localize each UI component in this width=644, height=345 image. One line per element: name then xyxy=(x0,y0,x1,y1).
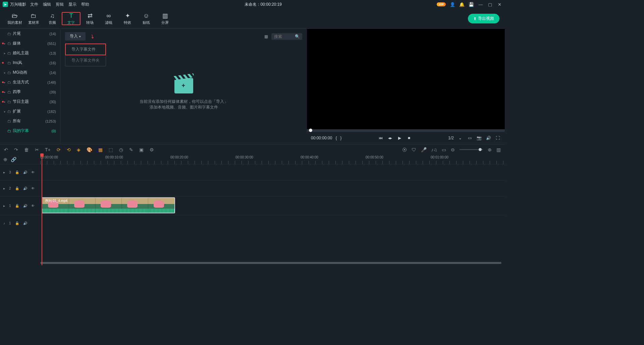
track-area[interactable] xyxy=(40,181,505,196)
vip-badge[interactable]: VIP xyxy=(437,2,446,6)
menu-edit[interactable]: 编辑 xyxy=(43,2,51,7)
fit-icon[interactable]: ▥ xyxy=(496,147,501,152)
color-icon[interactable]: 🎨 xyxy=(87,147,92,152)
keyframe-icon[interactable]: ◈ xyxy=(77,147,80,152)
tab-effects[interactable]: ✦特效 xyxy=(118,12,137,25)
lock-icon[interactable]: 🔓 xyxy=(15,204,19,208)
snapshot-icon[interactable]: 📷 xyxy=(476,136,482,140)
search-icon[interactable]: 🔍 xyxy=(295,34,300,39)
tab-audio[interactable]: ♫音频 xyxy=(43,12,62,25)
magic-icon[interactable]: ✎ xyxy=(129,147,133,152)
mixer-icon[interactable]: ♪♫ xyxy=(431,147,437,152)
tab-stickers[interactable]: ☺贴纸 xyxy=(137,12,156,25)
track-add-icon[interactable]: ⊕ xyxy=(3,157,7,162)
text-add-icon[interactable]: T+ xyxy=(45,147,51,152)
tab-filter[interactable]: ∞滤镜 xyxy=(99,12,118,25)
tab-text[interactable]: T文字 xyxy=(62,12,80,25)
lock-icon[interactable]: 🔓 xyxy=(15,187,19,190)
menu-help[interactable]: 帮助 xyxy=(81,2,89,7)
meter-icon[interactable]: ◷ xyxy=(119,147,123,152)
delete-icon[interactable]: 🗑 xyxy=(24,147,29,152)
menu-clip[interactable]: 剪辑 xyxy=(56,2,64,7)
scrollbar-thumb[interactable] xyxy=(40,262,501,264)
mute-icon[interactable]: 🔊 xyxy=(23,187,27,190)
video-clip[interactable]: 序列 01_4.mp4 xyxy=(42,197,175,213)
eye-icon[interactable]: 👁 xyxy=(31,187,35,190)
close-icon[interactable]: ✕ xyxy=(497,2,502,7)
fullscreen-icon[interactable]: ⛶ xyxy=(495,136,501,140)
zoom-in-icon[interactable]: ⊕ xyxy=(488,147,492,152)
sidebar-item[interactable]: 🗀Ins风(16) xyxy=(0,58,60,68)
menu-view[interactable]: 显示 xyxy=(68,2,76,7)
tab-stock[interactable]: 🗀素材库 xyxy=(24,12,43,25)
display-settings-icon[interactable]: ▭ xyxy=(467,136,473,140)
auto-icon[interactable]: ⟲ xyxy=(67,147,71,152)
grid-view-icon[interactable]: ▦ xyxy=(264,34,268,39)
adjust-icon[interactable]: ⚙ xyxy=(150,147,154,152)
link-icon[interactable]: 🔗 xyxy=(11,157,16,162)
prev-frame-icon[interactable]: ⏮ xyxy=(378,136,384,140)
chevron-down-icon[interactable]: ⌄ xyxy=(457,136,463,140)
redo-icon[interactable]: ↷ xyxy=(14,147,18,152)
zoom-out-icon[interactable]: ⊖ xyxy=(451,147,455,152)
preview-progress[interactable] xyxy=(307,129,505,132)
mute-icon[interactable]: 🔊 xyxy=(23,204,27,208)
maximize-icon[interactable]: ▢ xyxy=(487,2,493,7)
crop-icon[interactable]: ⬚ xyxy=(109,147,113,152)
undo-icon[interactable]: ↶ xyxy=(4,147,8,152)
sidebar-item[interactable]: 🗀所有(1253) xyxy=(0,116,60,126)
eye-icon[interactable]: 👁 xyxy=(31,170,35,174)
notification-icon[interactable]: 🔔 xyxy=(459,2,465,7)
sidebar-item[interactable]: ▸🗀媒体(551) xyxy=(0,39,60,48)
search-input[interactable] xyxy=(274,34,293,39)
marker-in[interactable]: { xyxy=(335,136,337,140)
cut-icon[interactable]: ✂ xyxy=(35,147,39,152)
tab-split[interactable]: ▥分屏 xyxy=(156,12,174,25)
sidebar-item[interactable]: 🗀我的字幕(0) xyxy=(0,126,60,136)
sidebar-item[interactable]: 🗀片尾(14) xyxy=(0,29,60,39)
sidebar-item[interactable]: ▸🗀扩展(182) xyxy=(0,107,60,116)
progress-handle[interactable] xyxy=(309,129,312,132)
zoom-ratio[interactable]: 1/2 xyxy=(448,136,454,140)
timeline-scrollbar[interactable] xyxy=(40,262,501,264)
step-back-icon[interactable]: ◂▸ xyxy=(387,136,393,140)
user-icon[interactable]: 👤 xyxy=(450,2,455,7)
sidebar-item[interactable]: ▸🗀生活方式(148) xyxy=(0,77,60,87)
menu-file[interactable]: 文件 xyxy=(30,2,38,7)
zoom-slider[interactable] xyxy=(460,149,483,150)
playhead[interactable] xyxy=(42,155,42,265)
lock-icon[interactable]: 🔓 xyxy=(15,170,19,174)
import-button[interactable]: 导入 xyxy=(65,32,86,41)
tab-transition[interactable]: ⇄转场 xyxy=(80,12,99,25)
sidebar-item[interactable]: ▸🗀婚礼主题(13) xyxy=(0,48,60,58)
lock-icon[interactable]: 🔓 xyxy=(15,221,19,225)
zoom-handle[interactable] xyxy=(479,148,482,151)
mask-icon[interactable]: ▣ xyxy=(139,147,144,152)
marker-icon[interactable]: ▭ xyxy=(442,147,446,152)
save-icon[interactable]: 💾 xyxy=(469,2,474,7)
track-area[interactable] xyxy=(40,215,505,231)
mic-icon[interactable]: 🎤 xyxy=(421,147,427,152)
import-subtitle-file[interactable]: 导入字幕文件 xyxy=(65,44,106,55)
stop-icon[interactable]: ■ xyxy=(406,136,412,140)
tab-my-media[interactable]: 🗁我的素材 xyxy=(5,12,24,25)
play-icon[interactable]: ▶ xyxy=(396,136,402,140)
sidebar-item[interactable]: ▸🗀节日主题(30) xyxy=(0,97,60,107)
preview-video[interactable] xyxy=(307,29,505,129)
import-subtitle-folder[interactable]: 导入字幕文件夹 xyxy=(65,55,106,66)
marker-out[interactable]: } xyxy=(340,136,341,140)
crop-fit-icon[interactable]: ▦ xyxy=(98,147,103,152)
track-area[interactable]: 序列 01_4.mp4 xyxy=(40,197,505,215)
mute-icon[interactable]: 🔊 xyxy=(23,221,27,225)
track-area[interactable] xyxy=(40,164,505,180)
export-button[interactable]: ⬆ 导出视频 xyxy=(468,14,499,23)
sidebar-item[interactable]: ▸🗀MG动画(14) xyxy=(0,68,60,77)
timeline-ruler[interactable]: 00:00:00:0000:00:10:0000:00:20:0000:00:3… xyxy=(40,155,505,164)
speed-icon[interactable]: ⟳ xyxy=(57,147,61,152)
sidebar-item[interactable]: ▸🗀四季(39) xyxy=(0,87,60,97)
shield-icon[interactable]: 🛡 xyxy=(412,147,416,152)
minimize-icon[interactable]: — xyxy=(478,2,483,7)
search-box[interactable]: 🔍 xyxy=(271,33,302,40)
volume-icon[interactable]: 🔊 xyxy=(485,136,491,140)
eye-icon[interactable]: 👁 xyxy=(31,204,35,208)
